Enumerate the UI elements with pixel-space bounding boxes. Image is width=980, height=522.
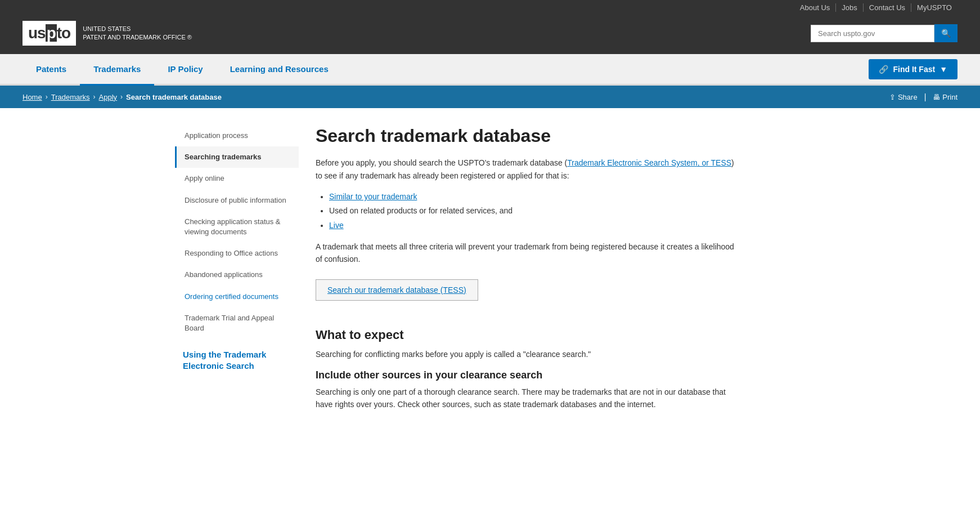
what-to-expect-text: Searching for conflicting marks before y… (316, 348, 738, 360)
topbar-link-jobs[interactable]: Jobs (836, 3, 863, 12)
sidebar-item-abandoned[interactable]: Abandoned applications (175, 264, 299, 285)
sidebar-item-disclosure[interactable]: Disclosure of public information (175, 190, 299, 211)
sidebar-item-office-actions[interactable]: Responding to Office actions (175, 243, 299, 264)
logo-text: uspto (28, 24, 70, 42)
breadcrumb-actions: ⇪ Share | 🖶 Print (889, 92, 957, 101)
print-link[interactable]: 🖶 Print (933, 93, 957, 101)
topbar-link-contact[interactable]: Contact Us (864, 3, 911, 12)
similar-link[interactable]: Similar to your trademark (329, 192, 417, 201)
breadcrumb-current: Search trademark database (126, 93, 222, 101)
intro-paragraph: Before you apply, you should search the … (316, 157, 738, 182)
logo-box: uspto (23, 21, 76, 46)
sidebar-item-searching-trademarks[interactable]: Searching trademarks (175, 146, 299, 168)
breadcrumb-apply[interactable]: Apply (99, 93, 118, 101)
logo-tagline: UNITED STATES PATENT AND TRADEMARK OFFIC… (83, 25, 192, 42)
sidebar-item-ttab[interactable]: Trademark Trial and Appeal Board (175, 307, 299, 339)
main-content: Search trademark database Before you app… (316, 125, 738, 419)
nav-trademarks[interactable]: Trademarks (80, 54, 154, 86)
nav-ip-policy[interactable]: IP Policy (154, 54, 216, 86)
topbar-link-about[interactable]: About Us (794, 3, 836, 12)
link-icon: 🔗 (879, 65, 888, 74)
nav-items: Patents Trademarks IP Policy Learning an… (23, 54, 869, 84)
page-title: Search trademark database (316, 125, 738, 146)
what-to-expect-heading: What to expect (316, 328, 738, 342)
actions-divider: | (924, 92, 927, 101)
criteria-list: Similar to your trademark Used on relate… (329, 190, 738, 233)
include-sources-heading: Include other sources in your clearance … (316, 369, 738, 381)
sidebar-section-title: Using the Trademark Electronic Search (175, 339, 299, 376)
nav-patents[interactable]: Patents (23, 54, 80, 86)
list-item: Used on related products or for related … (329, 204, 738, 218)
sidebar-item-ordering-docs[interactable]: Ordering certified documents (175, 286, 299, 307)
breadcrumb: Home › Trademarks › Apply › Search trade… (23, 93, 222, 101)
topbar-link-myuspto[interactable]: MyUSPTO (911, 3, 957, 12)
header-search: 🔍 (811, 24, 957, 42)
breadcrumb-sep-1: › (46, 93, 48, 101)
breadcrumb-bar: Home › Trademarks › Apply › Search trade… (0, 86, 980, 108)
sidebar-item-checking-status[interactable]: Checking application status & viewing do… (175, 211, 299, 243)
include-sources-text: Searching is only one part of a thorough… (316, 386, 738, 411)
breadcrumb-trademarks[interactable]: Trademarks (51, 93, 90, 101)
search-input[interactable] (811, 25, 934, 42)
tess-link[interactable]: Trademark Electronic Search System, or T… (567, 158, 731, 167)
top-bar: About Us Jobs Contact Us MyUSPTO (0, 0, 980, 15)
breadcrumb-sep-2: › (93, 93, 96, 101)
list-item: Similar to your trademark (329, 190, 738, 204)
chevron-down-icon: ▼ (939, 65, 947, 74)
share-link[interactable]: ⇪ Share (889, 93, 918, 101)
find-it-fast-button[interactable]: 🔗 Find It Fast ▼ (869, 59, 957, 79)
logo-area: uspto UNITED STATES PATENT AND TRADEMARK… (23, 21, 192, 46)
breadcrumb-sep-3: › (120, 93, 123, 101)
share-icon: ⇪ (889, 93, 896, 101)
main-nav: Patents Trademarks IP Policy Learning an… (0, 54, 980, 86)
live-link[interactable]: Live (329, 221, 344, 230)
tess-search-button[interactable]: Search our trademark database (TESS) (316, 279, 478, 301)
list-item: Live (329, 218, 738, 233)
sidebar-item-apply-online[interactable]: Apply online (175, 168, 299, 189)
site-header: uspto UNITED STATES PATENT AND TRADEMARK… (0, 15, 980, 54)
breadcrumb-home[interactable]: Home (23, 93, 42, 101)
sidebar: Application process Searching trademarks… (175, 125, 299, 419)
print-icon: 🖶 (933, 93, 940, 101)
confusion-paragraph: A trademark that meets all three criteri… (316, 240, 738, 266)
nav-learning[interactable]: Learning and Resources (217, 54, 342, 86)
sidebar-item-application-process[interactable]: Application process (175, 125, 299, 146)
search-button[interactable]: 🔍 (934, 24, 957, 42)
content-area: Application process Searching trademarks… (152, 108, 828, 436)
